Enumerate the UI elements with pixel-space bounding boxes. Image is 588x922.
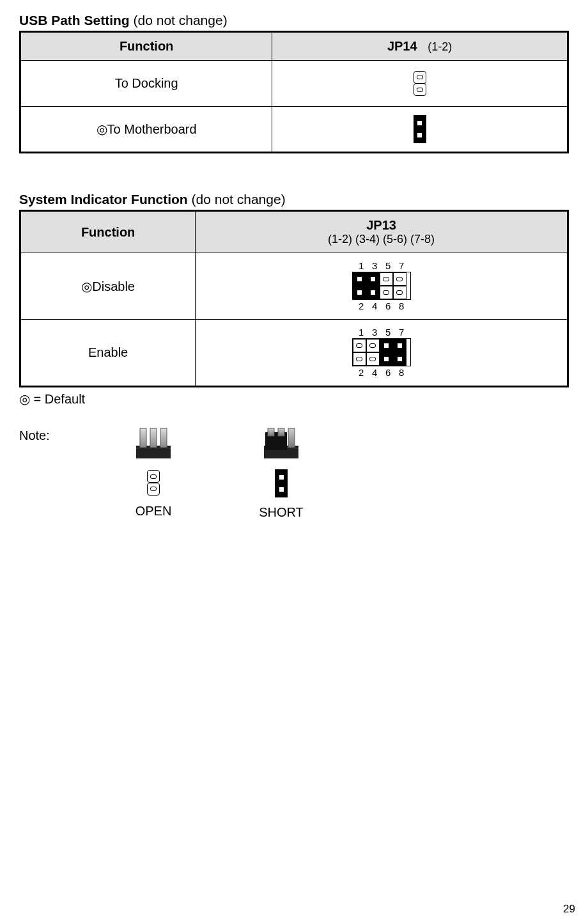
- th-jp14: JP14 (1-2): [272, 32, 568, 61]
- pin-label: 4: [368, 368, 382, 377]
- pin-label: 1: [355, 261, 368, 270]
- pin-label: 3: [368, 327, 382, 337]
- section1-title: USB Path Setting (do not change): [19, 13, 575, 28]
- jumper-open-icon: [414, 70, 426, 97]
- default-symbol: ◎: [97, 122, 107, 136]
- note-section: Note: OPEN: [19, 423, 575, 520]
- svg-rect-6: [268, 428, 274, 436]
- row-jumper-cell: [272, 61, 568, 107]
- pin-labels-top: 1 3 5 7: [352, 327, 411, 337]
- usb-path-table: Function JP14 (1-2) To Docking ◎To Mothe…: [19, 31, 569, 153]
- default-legend: ◎ = Default: [19, 391, 575, 407]
- pin-label: 1: [355, 327, 368, 337]
- row-label-cell: ◎To Motherboard: [20, 107, 272, 153]
- table-row: ◎To Motherboard: [20, 107, 568, 153]
- row-jumper-cell: [272, 107, 568, 153]
- th-jp14-label: JP14: [387, 39, 417, 53]
- svg-rect-7: [278, 428, 284, 436]
- note-label: Note:: [19, 423, 77, 443]
- section1-title-note: (do not change): [130, 13, 228, 27]
- pin-label: 7: [395, 261, 408, 270]
- note-short-caption: SHORT: [259, 505, 304, 520]
- section2-title-bold: System Indicator Function: [19, 192, 188, 207]
- default-legend-text: = Default: [30, 392, 85, 406]
- th-function: Function: [20, 211, 196, 253]
- section2-title: System Indicator Function (do not change…: [19, 192, 575, 207]
- default-symbol: ◎: [19, 392, 30, 406]
- pin-label: 5: [382, 261, 395, 270]
- row-label: Enable: [88, 345, 128, 359]
- pin-labels-top: 1 3 5 7: [352, 261, 411, 270]
- row-label-cell: ◎Disable: [20, 253, 196, 320]
- pin-labels-bottom: 2 4 6 8: [352, 301, 411, 311]
- jumper-short-photo-icon: [259, 423, 304, 462]
- pin-label: 2: [355, 368, 368, 377]
- pin-label: 6: [382, 301, 395, 311]
- jumper-8pin-icon: 1 3 5 7 2 4 6: [352, 260, 411, 312]
- jumper-8pin-icon: 1 3 5 7 2 4 6: [352, 326, 411, 379]
- jumper-short-icon: [414, 115, 426, 143]
- pin-label: 4: [368, 301, 382, 311]
- note-open-column: OPEN: [102, 423, 205, 519]
- table-row: To Docking: [20, 61, 568, 107]
- th-function: Function: [20, 32, 272, 61]
- table-row: Enable 1 3 5 7: [20, 320, 568, 387]
- table-row: ◎Disable 1 3 5 7: [20, 253, 568, 320]
- note-short-column: SHORT: [230, 423, 332, 520]
- row-jumper-cell: 1 3 5 7 2 4 6: [196, 253, 568, 320]
- pin-grid: [352, 338, 411, 366]
- th-jp13-label: JP13: [201, 218, 562, 233]
- pin-label: 6: [382, 368, 395, 377]
- row-label: Disable: [92, 279, 135, 293]
- pin-label: 8: [395, 368, 408, 377]
- note-open-caption: OPEN: [135, 504, 172, 519]
- pin-label: 5: [382, 327, 395, 337]
- row-jumper-cell: 1 3 5 7 2 4 6: [196, 320, 568, 387]
- pin-label: 8: [395, 301, 408, 311]
- default-symbol: ◎: [81, 279, 92, 293]
- th-jp13-sub: (1-2) (3-4) (5-6) (7-8): [201, 233, 562, 246]
- pin-label: 7: [395, 327, 408, 337]
- svg-rect-2: [150, 428, 157, 448]
- row-label-cell: Enable: [20, 320, 196, 387]
- section1-title-bold: USB Path Setting: [19, 13, 130, 27]
- pin-labels-bottom: 2 4 6 8: [352, 368, 411, 377]
- pin-label: 2: [355, 301, 368, 311]
- th-jp14-sub: (1-2): [428, 40, 452, 53]
- row-label: To Motherboard: [107, 122, 197, 136]
- row-label-cell: To Docking: [20, 61, 272, 107]
- pin-label: 3: [368, 261, 382, 270]
- row-label: To Docking: [115, 76, 178, 90]
- th-jp13: JP13 (1-2) (3-4) (5-6) (7-8): [196, 211, 568, 253]
- svg-rect-3: [160, 428, 167, 448]
- svg-rect-1: [140, 428, 146, 448]
- section2-title-note: (do not change): [188, 192, 286, 207]
- jumper-open-photo-icon: [131, 423, 176, 462]
- jumper-short-icon: [275, 469, 288, 497]
- jumper-open-icon: [147, 469, 160, 496]
- system-indicator-table: Function JP13 (1-2) (3-4) (5-6) (7-8) ◎D…: [19, 210, 569, 387]
- pin-grid: [352, 272, 411, 300]
- svg-rect-8: [288, 428, 295, 448]
